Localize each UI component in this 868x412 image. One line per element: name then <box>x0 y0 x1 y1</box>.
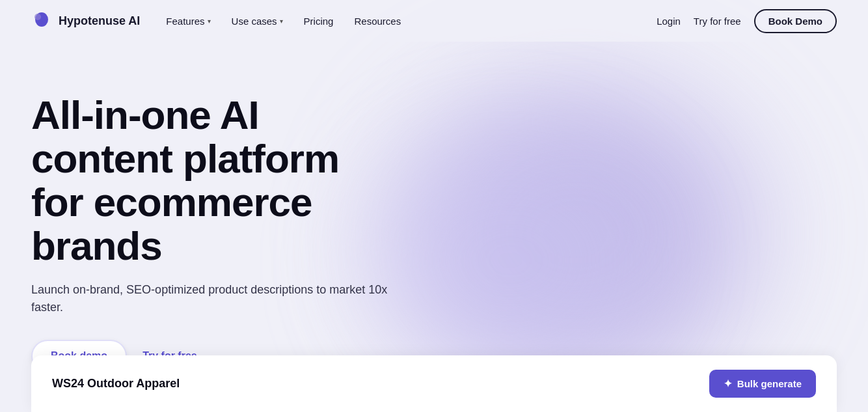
hero-subtitle: Launch on-brand, SEO-optimized product d… <box>31 281 398 316</box>
nav-link-features[interactable]: Features ▾ <box>166 16 210 27</box>
nav-item-resources[interactable]: Resources <box>354 16 401 27</box>
logo-link[interactable]: Hypotenuse AI <box>31 10 140 31</box>
login-link[interactable]: Login <box>657 16 681 27</box>
nav-link-resources[interactable]: Resources <box>354 16 401 27</box>
sparkle-icon: ✦ <box>724 378 732 390</box>
bulk-generate-button[interactable]: ✦ Bulk generate <box>709 370 816 398</box>
hero-title: All-in-one AI content platform for ecomm… <box>31 94 398 268</box>
bottom-card: WS24 Outdoor Apparel ✦ Bulk generate <box>31 355 837 412</box>
nav-item-pricing[interactable]: Pricing <box>304 16 334 27</box>
nav-links: Features ▾ Use cases ▾ Pricing Resources <box>166 16 401 27</box>
nav-book-demo-button[interactable]: Book Demo <box>754 9 837 33</box>
logo-text: Hypotenuse AI <box>59 14 140 28</box>
svg-point-1 <box>34 14 41 20</box>
nav-link-use-cases[interactable]: Use cases ▾ <box>232 16 283 27</box>
card-title: WS24 Outdoor Apparel <box>52 377 180 391</box>
nav-right: Login Try for free Book Demo <box>657 9 837 33</box>
chevron-down-icon: ▾ <box>208 18 211 25</box>
nav-try-free-link[interactable]: Try for free <box>694 16 741 27</box>
nav-item-features[interactable]: Features ▾ <box>166 16 210 27</box>
logo-icon <box>31 10 52 31</box>
hero-section: All-in-one AI content platform for ecomm… <box>0 42 429 398</box>
nav-left: Hypotenuse AI Features ▾ Use cases ▾ Pri… <box>31 10 401 31</box>
nav-item-use-cases[interactable]: Use cases ▾ <box>232 16 283 27</box>
nav-link-pricing[interactable]: Pricing <box>304 16 334 27</box>
chevron-down-icon: ▾ <box>280 18 283 25</box>
navbar: Hypotenuse AI Features ▾ Use cases ▾ Pri… <box>0 0 868 42</box>
